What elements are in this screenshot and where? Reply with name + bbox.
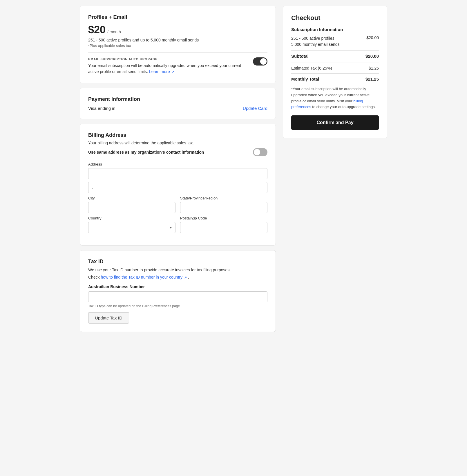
external-link-icon: ↗	[172, 70, 174, 74]
checkout-card: Checkout Subscription Information 251 - …	[283, 6, 387, 138]
address2-field-group	[88, 182, 267, 193]
checkout-panel: Checkout Subscription Information 251 - …	[283, 6, 387, 332]
monthly-total-label: Monthly Total	[291, 77, 319, 81]
toggle-slider	[253, 57, 267, 66]
profiles-email-title: Profiles + Email	[88, 14, 267, 20]
billing-title: Billing Address	[88, 132, 267, 138]
same-address-label: Use same address as my organization's co…	[88, 150, 204, 155]
checkout-title: Checkout	[291, 14, 379, 22]
postal-label: Postal/Zip Code	[180, 216, 267, 220]
subscription-line-row: 251 - 500 active profiles 5,000 monthly …	[291, 35, 379, 48]
country-label: Country	[88, 216, 175, 220]
state-label: State/Province/Region	[180, 196, 267, 200]
billing-description: Your billing address will determine the …	[88, 141, 267, 145]
tax-id-title: Tax ID	[88, 259, 267, 265]
auto-upgrade-label: EMAIL SUBSCRIPTION AUTO UPGRADE	[88, 57, 248, 61]
price-period: / month	[107, 30, 121, 34]
tax-id-small-note: Tax ID type can be updated on the Billin…	[88, 304, 267, 308]
visa-label: Visa ending in	[88, 106, 115, 111]
same-address-row: Use same address as my organization's co…	[88, 148, 267, 156]
state-field-group: State/Province/Region	[180, 196, 267, 213]
tax-id-input[interactable]	[88, 291, 267, 302]
subscription-desc: 251 - 500 active profiles 5,000 monthly …	[291, 35, 340, 48]
billing-address-card: Billing Address Your billing address wil…	[80, 124, 276, 246]
monthly-total-row: Monthly Total $21.25	[291, 77, 379, 81]
postal-input[interactable]	[180, 222, 267, 233]
city-state-row: City State/Province/Region	[88, 196, 267, 213]
profile-description: 251 - 500 active profiles and up to 5,00…	[88, 38, 267, 42]
subtotal-label: Subtotal	[291, 54, 309, 59]
checkout-note: *Your email subscription will be automat…	[291, 86, 379, 110]
tax-id-desc-1: We use your Tax ID number to provide acc…	[88, 267, 267, 273]
same-address-toggle-slider	[253, 148, 267, 156]
subscription-info-title: Subscription Information	[291, 27, 379, 32]
auto-upgrade-text: Your email subscription will be automati…	[88, 63, 248, 75]
tax-id-link[interactable]: how to find the Tax ID number in your co…	[101, 275, 188, 279]
tax-id-card: Tax ID We use your Tax ID number to prov…	[80, 250, 276, 332]
country-select-wrapper: ▼	[88, 222, 175, 233]
state-input[interactable]	[180, 202, 267, 213]
postal-field-group: Postal/Zip Code	[180, 216, 267, 233]
tax-label: Estimated Tax (6.25%)	[291, 66, 332, 70]
auto-upgrade-toggle[interactable]	[253, 57, 267, 66]
tax-field-title: Austrailian Business Number	[88, 284, 267, 289]
monthly-total-amount: $21.25	[365, 77, 379, 81]
address-input-2[interactable]	[88, 182, 267, 193]
subtotal-amount: $20.00	[365, 54, 379, 59]
checkout-divider-1	[291, 50, 379, 51]
payment-title: Payment Information	[88, 96, 267, 102]
sales-tax-note: *Plus applicable sales tax	[88, 43, 267, 48]
price-amount: $20	[88, 24, 106, 36]
city-label: City	[88, 196, 175, 200]
tax-row: Estimated Tax (6.25%) $1.25	[291, 66, 379, 70]
payment-card: Payment Information Visa ending in Updat…	[80, 88, 276, 119]
confirm-pay-button[interactable]: Confirm and Pay	[291, 115, 379, 130]
subscription-amount: $20.00	[366, 35, 379, 40]
profiles-email-card: Profiles + Email $20 / month 251 - 500 a…	[80, 6, 276, 83]
checkout-divider-3	[291, 73, 379, 74]
country-select[interactable]	[88, 222, 175, 233]
auto-upgrade-section: EMAIL SUBSCRIPTION AUTO UPGRADE Your ema…	[88, 57, 267, 75]
tax-id-desc-2: Check how to find the Tax ID number in y…	[88, 274, 267, 280]
external-link-icon-2: ↗	[184, 276, 187, 279]
learn-more-link[interactable]: Learn more ↗	[149, 69, 174, 74]
country-field-group: Country ▼	[88, 216, 175, 233]
tax-amount: $1.25	[369, 66, 379, 70]
address-label: Address	[88, 162, 267, 166]
update-tax-button[interactable]: Update Tax ID	[88, 312, 129, 324]
update-card-link[interactable]: Update Card	[243, 106, 267, 111]
checkout-divider-2	[291, 63, 379, 63]
city-field-group: City	[88, 196, 175, 213]
same-address-toggle[interactable]	[253, 148, 267, 156]
address-fields: Address City State/Province/Region	[88, 162, 267, 233]
subtotal-row: Subtotal $20.00	[291, 54, 379, 59]
city-input[interactable]	[88, 202, 175, 213]
divider-1	[88, 52, 267, 53]
address-field-group: Address	[88, 162, 267, 179]
payment-row: Visa ending in Update Card	[88, 106, 267, 111]
address-input-1[interactable]	[88, 168, 267, 179]
country-postal-row: Country ▼ Postal/Zip Code	[88, 216, 267, 233]
